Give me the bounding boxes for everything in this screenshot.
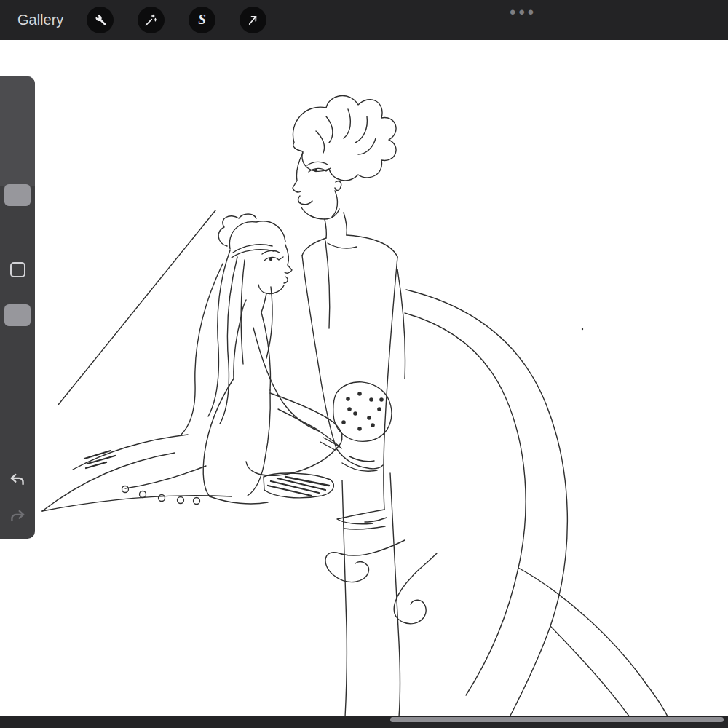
app-screen: Gallery S ••• <box>0 0 728 728</box>
modify-button[interactable] <box>0 258 35 280</box>
magic-wand-icon <box>144 13 158 27</box>
spotted-cloth-sketch <box>333 382 392 442</box>
coat-buttons <box>122 486 200 505</box>
tail-sketch <box>405 290 670 724</box>
standing-figure-sketch <box>293 96 405 717</box>
gallery-button[interactable]: Gallery <box>17 0 63 40</box>
horizontal-scrollbar[interactable] <box>390 717 724 722</box>
tentacles-sketch <box>325 540 437 624</box>
bottom-edge <box>0 716 728 728</box>
canvas-drawing[interactable] <box>0 0 728 728</box>
undo-button[interactable] <box>0 470 35 490</box>
brush-sidebar <box>0 76 35 539</box>
selection-s-icon: S <box>198 12 206 28</box>
selection-button[interactable]: S <box>189 7 215 33</box>
brush-size-handle[interactable] <box>4 184 31 206</box>
brush-size-fill <box>0 76 35 186</box>
adjustments-button[interactable] <box>138 7 165 33</box>
brush-opacity-handle[interactable] <box>4 304 31 326</box>
redo-button[interactable] <box>0 506 35 526</box>
transform-arrow-icon <box>246 13 260 27</box>
wrench-icon <box>93 13 107 27</box>
top-toolbar: Gallery S ••• <box>0 0 728 40</box>
redo-arrow-icon <box>8 508 27 524</box>
actions-button[interactable] <box>87 7 114 33</box>
transform-button[interactable] <box>240 7 266 33</box>
modify-square-icon <box>10 262 25 277</box>
undo-arrow-icon <box>8 472 27 488</box>
ellipsis-icon[interactable]: ••• <box>510 0 537 29</box>
girl-sketch <box>125 214 342 504</box>
